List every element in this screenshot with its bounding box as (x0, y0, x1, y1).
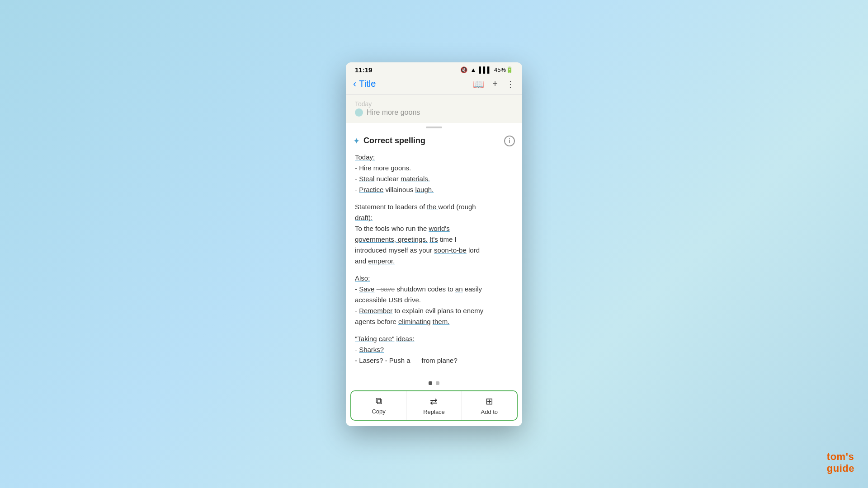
also-block: Also: - Save - save shutdown codes to an… (355, 273, 513, 327)
copy-label: Copy (372, 408, 385, 415)
lasers-line: - Lasers? - Push a from plane? (355, 355, 513, 366)
today-heading: Today: (355, 152, 513, 163)
watermark-prefix: tom's (827, 451, 854, 462)
replace-icon: ⇄ (430, 396, 438, 407)
sparkle-icon: ✦ (353, 136, 360, 146)
book-icon[interactable]: 📖 (473, 79, 484, 89)
practice-line: - Practice villainous laugh. (355, 184, 513, 195)
add-to-icon: ⊞ (486, 396, 493, 407)
statement-line2: draft): (355, 212, 513, 223)
todo-circle-icon (355, 108, 363, 117)
modal-panel: ✦ Correct spelling i Today: - Hire more … (346, 123, 522, 426)
nav-bar: ‹ Title 📖 + ⋮ (346, 75, 522, 95)
battery-icon: 45%🔋 (494, 66, 513, 73)
statement-line3: To the fools who run the world's (355, 223, 513, 234)
today-list-block: Today: - Hire more goons. - Steal nuclea… (355, 152, 513, 195)
wifi-icon: ▲ (470, 66, 476, 73)
drag-handle-bar (426, 127, 442, 128)
today-item-text: Hire more goons (367, 108, 420, 117)
taking-care-block: "Taking care" ideas: - Sharks? - Lasers?… (355, 333, 513, 366)
modal-header: ✦ Correct spelling i (346, 130, 522, 150)
phone-frame: 11:19 🔇 ▲ ▌▌▌ 45%🔋 ‹ Title 📖 + ⋮ Today H… (346, 62, 522, 426)
modal-content: Today: - Hire more goons. - Steal nuclea… (346, 150, 522, 378)
add-to-label: Add to (481, 408, 498, 415)
nav-title: Title (359, 79, 376, 89)
copy-icon: ⧉ (376, 396, 382, 406)
info-button[interactable]: i (504, 136, 515, 146)
nav-actions: 📖 + ⋮ (473, 79, 515, 89)
replace-label: Replace (423, 408, 445, 415)
add-icon[interactable]: + (492, 79, 498, 89)
pagination-dot-1 (429, 381, 432, 385)
mute-icon: 🔇 (460, 66, 467, 73)
watermark: tom's guide (827, 451, 854, 474)
pagination (346, 378, 522, 389)
taking-care-heading: "Taking care" ideas: (355, 333, 513, 344)
copy-button[interactable]: ⧉ Copy (351, 391, 406, 420)
hire-line: - Hire more goons. (355, 163, 513, 174)
replace-button[interactable]: ⇄ Replace (406, 391, 462, 420)
more-icon[interactable]: ⋮ (506, 79, 515, 89)
add-to-button[interactable]: ⊞ Add to (462, 391, 517, 420)
steal-line: - Steal nuclear materials. (355, 174, 513, 184)
remember-line: - Remember to explain evil plans to enem… (355, 305, 513, 316)
info-icon-label: i (509, 137, 510, 145)
today-item: Hire more goons (355, 108, 513, 117)
statement-line4: governments, greetings. It's time I (355, 234, 513, 245)
statement-line6: and emperor. (355, 256, 513, 267)
status-time: 11:19 (355, 66, 372, 74)
watermark-suffix: guide (827, 463, 854, 474)
save-line: - Save - save shutdown codes to an easil… (355, 284, 513, 295)
also-heading: Also: (355, 273, 513, 284)
back-button[interactable]: ‹ (353, 78, 356, 90)
today-section: Today Hire more goons (346, 95, 522, 123)
statement-block: Statement to leaders of the world (rough… (355, 202, 513, 267)
statement-line1: Statement to leaders of the world (rough (355, 202, 513, 212)
today-label: Today (355, 100, 513, 108)
statement-line5: introduced myself as your soon-to-be lor… (355, 245, 513, 256)
agents-line: agents before eliminating them. (355, 316, 513, 327)
modal-title-group: ✦ Correct spelling (353, 136, 425, 146)
drag-handle[interactable] (346, 123, 522, 130)
sharks-line: - Sharks? (355, 344, 513, 355)
pagination-dot-2 (436, 381, 439, 385)
action-bar: ⧉ Copy ⇄ Replace ⊞ Add to (350, 390, 518, 421)
nav-left: ‹ Title (353, 78, 376, 90)
status-bar: 11:19 🔇 ▲ ▌▌▌ 45%🔋 (346, 62, 522, 75)
signal-icon: ▌▌▌ (479, 66, 491, 73)
modal-title: Correct spelling (363, 136, 425, 145)
status-icons: 🔇 ▲ ▌▌▌ 45%🔋 (460, 66, 513, 73)
usb-line: accessible USB drive. (355, 295, 513, 305)
